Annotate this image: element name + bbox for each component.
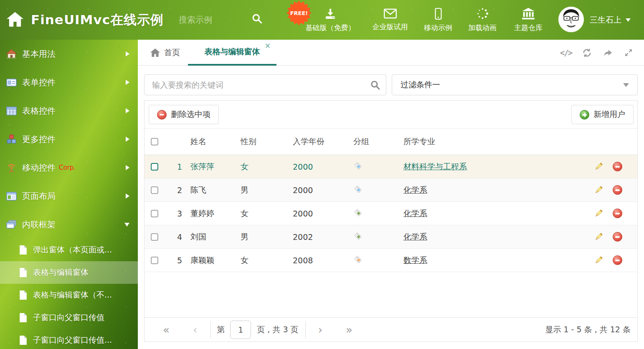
filter-dropdown[interactable]: 过滤条件一 bbox=[392, 74, 638, 95]
sidebar-subitem-child-to-parent[interactable]: 子窗口向父窗口传值 bbox=[0, 306, 138, 329]
row-checkbox[interactable] bbox=[151, 233, 158, 241]
nav-item-mobile-demo[interactable]: 移动示例 bbox=[418, 0, 459, 40]
delete-icon[interactable] bbox=[613, 162, 622, 171]
chevron-right-icon bbox=[126, 165, 129, 170]
table-row[interactable]: 3 董婷婷 女 2000 化学系 bbox=[145, 202, 637, 225]
cubes-icon bbox=[6, 134, 17, 145]
cell-gender: 男 bbox=[232, 232, 284, 242]
nav-label: 主题仓库 bbox=[514, 23, 543, 33]
edit-icon[interactable] bbox=[594, 162, 603, 171]
nav-label: 移动示例 bbox=[424, 23, 452, 33]
row-checkbox[interactable] bbox=[151, 186, 158, 194]
major-link[interactable]: 数学系 bbox=[403, 255, 427, 265]
last-page-icon[interactable]: » bbox=[346, 324, 352, 335]
add-user-button[interactable]: 新增用户 bbox=[571, 105, 634, 124]
nav-item-basic-free[interactable]: 基础版（免费） bbox=[301, 0, 360, 40]
delete-selected-button[interactable]: 删除选中项 bbox=[149, 105, 219, 124]
tab-label: 表格与编辑窗体 bbox=[205, 46, 260, 57]
delete-icon[interactable] bbox=[613, 232, 622, 242]
column-header-gender: 性别 bbox=[232, 136, 284, 147]
prev-page-icon[interactable]: ‹ bbox=[193, 324, 197, 335]
sidebar-item-mobile-controls[interactable]: 移动控件 Corp. bbox=[0, 153, 138, 182]
cell-name: 康颖颖 bbox=[182, 255, 232, 266]
view-source-icon[interactable]: </> bbox=[560, 47, 571, 58]
delete-icon[interactable] bbox=[613, 255, 622, 265]
button-label: 新增用户 bbox=[593, 109, 625, 120]
edit-icon[interactable] bbox=[594, 209, 603, 218]
cell-year: 2000 bbox=[284, 186, 345, 195]
antenna-icon bbox=[6, 162, 17, 173]
row-checkbox[interactable] bbox=[151, 257, 158, 264]
tag-icon bbox=[353, 184, 363, 194]
delete-icon[interactable] bbox=[613, 185, 622, 195]
file-icon bbox=[19, 290, 28, 300]
column-header-group: 分组 bbox=[345, 136, 395, 147]
sidebar-item-basic-usage[interactable]: 基本用法 bbox=[0, 40, 138, 68]
refresh-icon[interactable] bbox=[581, 47, 592, 58]
table-row[interactable]: 2 陈飞 男 2000 化学系 bbox=[145, 178, 637, 202]
avatar[interactable] bbox=[558, 7, 584, 32]
filter-dropdown-value: 过滤条件一 bbox=[401, 79, 440, 90]
row-checkbox[interactable] bbox=[151, 210, 158, 217]
major-link[interactable]: 化学系 bbox=[403, 185, 427, 194]
home-icon bbox=[150, 48, 160, 57]
share-icon[interactable] bbox=[602, 47, 613, 58]
form-icon bbox=[6, 77, 17, 88]
corp-badge: Corp. bbox=[59, 164, 76, 171]
table-row[interactable]: 1 张萍萍 女 2000 材料科学与工程系 bbox=[145, 155, 637, 178]
user-menu[interactable]: 三生石上 bbox=[590, 0, 631, 40]
keyword-search-input[interactable] bbox=[144, 74, 386, 95]
edit-icon[interactable] bbox=[594, 232, 603, 242]
nav-item-loading-animation[interactable]: 加载动画 bbox=[462, 0, 503, 40]
sidebar-item-grid-controls[interactable]: 表格控件 bbox=[0, 97, 138, 125]
divider bbox=[305, 321, 306, 339]
chevron-down-icon bbox=[124, 223, 129, 227]
home-icon[interactable] bbox=[7, 12, 23, 28]
file-icon bbox=[19, 313, 28, 323]
sidebar-item-form-controls[interactable]: 表单控件 bbox=[0, 68, 138, 97]
sidebar-subitem-child-to-parent-2[interactable]: 子窗口向父窗口传值... bbox=[0, 329, 138, 349]
search-icon[interactable] bbox=[251, 13, 263, 24]
nav-item-theme-store[interactable]: 主题仓库 bbox=[507, 0, 550, 40]
download-icon bbox=[323, 8, 337, 20]
fullscreen-icon[interactable] bbox=[623, 47, 634, 58]
first-page-icon[interactable]: « bbox=[163, 324, 170, 335]
close-icon[interactable]: × bbox=[265, 42, 271, 49]
layout-icon bbox=[6, 191, 17, 202]
file-icon bbox=[19, 245, 28, 255]
row-number: 2 bbox=[167, 186, 182, 195]
major-link[interactable]: 化学系 bbox=[403, 232, 427, 241]
delete-icon[interactable] bbox=[613, 209, 622, 218]
sidebar-item-inline-frame[interactable]: 内联框架 bbox=[0, 210, 138, 239]
sidebar-subitem-grid-edit-window[interactable]: 表格与编辑窗体 bbox=[0, 261, 138, 284]
select-all-checkbox[interactable] bbox=[151, 138, 158, 145]
sidebar-subitem-label: 子窗口向父窗口传值... bbox=[33, 335, 112, 346]
table-icon bbox=[6, 105, 17, 117]
tag-icon bbox=[353, 231, 363, 241]
next-page-icon[interactable]: › bbox=[318, 324, 322, 335]
sidebar-item-more-controls[interactable]: 更多控件 bbox=[0, 125, 138, 153]
mobile-icon bbox=[434, 8, 442, 20]
table-row[interactable]: 4 刘国 男 2002 化学系 bbox=[145, 225, 637, 249]
sidebar-item-page-layout[interactable]: 页面布局 bbox=[0, 182, 138, 210]
sidebar-item-label: 内联框架 bbox=[22, 219, 56, 230]
edit-icon[interactable] bbox=[594, 255, 603, 265]
frames-icon bbox=[6, 219, 17, 230]
table-row[interactable]: 5 康颖颖 女 2008 数学系 bbox=[145, 249, 637, 272]
tab-grid-edit-window[interactable]: 表格与编辑窗体 × bbox=[188, 40, 276, 66]
sidebar-subitem-grid-edit-window-no[interactable]: 表格与编辑窗体（不... bbox=[0, 284, 138, 306]
search-icon[interactable] bbox=[370, 80, 380, 90]
tag-icon bbox=[353, 161, 363, 171]
row-checkbox[interactable] bbox=[151, 163, 158, 171]
chevron-down-icon bbox=[623, 83, 629, 90]
header-search-input[interactable] bbox=[179, 13, 243, 27]
page-number-input[interactable]: 1 bbox=[230, 321, 251, 339]
sidebar-item-label: 表格控件 bbox=[22, 105, 56, 117]
tab-home[interactable]: 首页 bbox=[150, 40, 180, 66]
sidebar-subitem-popup-window[interactable]: 弹出窗体（本页面或... bbox=[0, 239, 138, 261]
spinner-icon bbox=[476, 7, 489, 20]
major-link[interactable]: 材料科学与工程系 bbox=[403, 162, 467, 171]
nav-item-enterprise-trial[interactable]: 企业版试用 bbox=[364, 0, 416, 40]
major-link[interactable]: 化学系 bbox=[403, 209, 427, 218]
edit-icon[interactable] bbox=[594, 185, 603, 195]
